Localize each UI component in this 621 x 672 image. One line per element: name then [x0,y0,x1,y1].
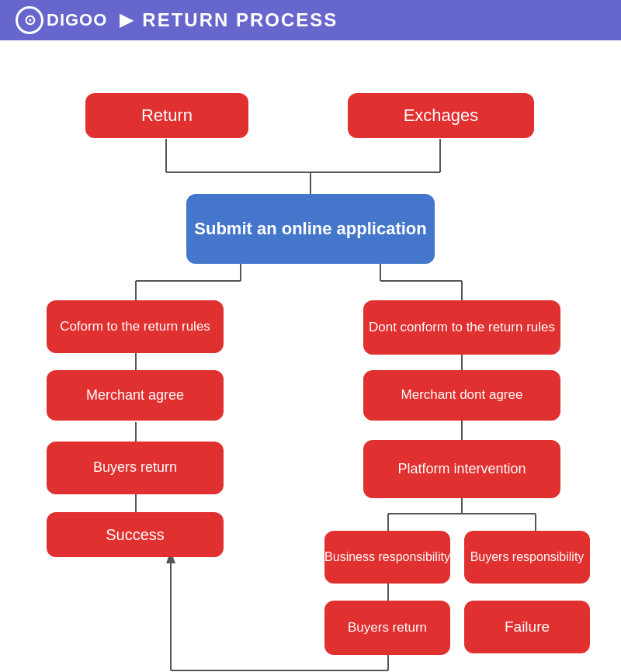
conform-node: Coform to the return rules [47,300,224,353]
failure-node: Failure [464,601,590,653]
submit-node: Submit an online application [186,194,435,264]
title-text: RETURN PROCESS [142,9,338,31]
return-node: Return [85,93,248,138]
header-arrow: ▶ [120,10,134,30]
merchant-dont-node: Merchant dont agree [363,370,560,421]
logo-circle: ⊙ [16,6,43,34]
exchanges-node: Exchages [348,93,534,138]
merchant-agree-node: Merchant agree [47,370,224,421]
buyers-responsibility-node: Buyers responsibility [464,531,590,584]
diagram: Return Exchages Submit an online applica… [0,40,621,672]
logo: ⊙ DIGOO [16,6,107,34]
success-node: Success [47,512,224,557]
platform-intervention-node: Platform intervention [363,440,560,498]
dont-conform-node: Dont conform to the return rules [363,300,560,355]
logo-text: DIGOO [47,10,107,30]
buyers-return-right-node: Buyers return [324,601,450,655]
buyers-return-left-node: Buyers return [47,442,224,494]
header: ⊙ DIGOO ▶ RETURN PROCESS [0,0,621,40]
header-title: ▶ RETURN PROCESS [120,9,338,31]
business-responsibility-node: Business responsibility [324,531,450,584]
